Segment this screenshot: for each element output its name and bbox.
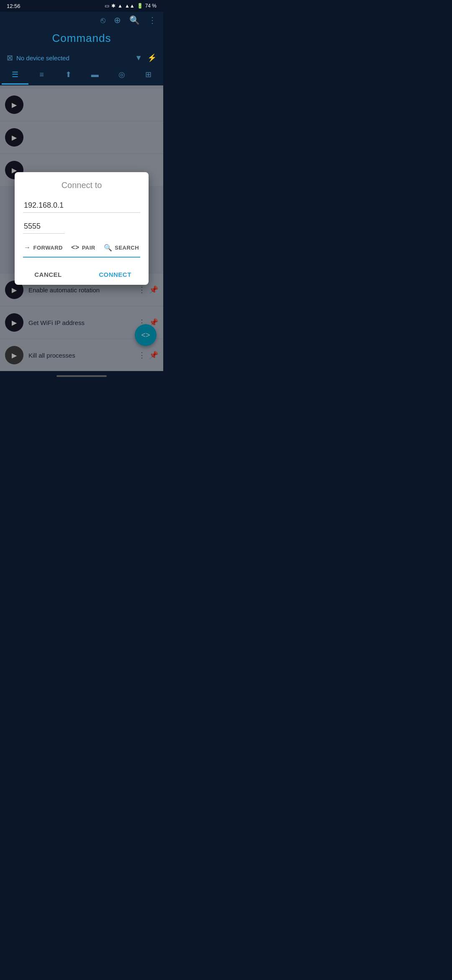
status-icons: ▭ ✱ ▲ ▲▲ 🔋 74 %: [105, 3, 157, 9]
pair-icon: <>: [71, 244, 80, 251]
status-bar: 12:56 ▭ ✱ ▲ ▲▲ 🔋 74 %: [0, 0, 163, 12]
app-title-bar: Commands: [0, 28, 163, 50]
port-input[interactable]: [23, 219, 65, 234]
share-icon[interactable]: ⎋: [100, 15, 105, 25]
dialog-overlay: Connect to → FORWARD <> PAIR: [0, 85, 163, 371]
device-left: ⊠ No device selected: [7, 53, 69, 62]
ip-address-input[interactable]: [23, 199, 140, 213]
tab-screen[interactable]: ▬: [82, 66, 108, 85]
search-icon[interactable]: 🔍: [129, 15, 140, 25]
connect-dialog: Connect to → FORWARD <> PAIR: [15, 172, 149, 285]
tab-upload[interactable]: ⬆: [55, 66, 82, 85]
cancel-button[interactable]: CANCEL: [15, 264, 82, 285]
signal-icon: ▲▲: [125, 3, 135, 9]
list-section: ▶ ▶ ▶ Connect to → FORWARD: [0, 85, 163, 190]
battery-icon: 🔋: [137, 3, 143, 9]
tab-logcat[interactable]: ≡: [28, 66, 55, 85]
dialog-title: Connect to: [23, 181, 140, 190]
wifi-icon: ▲: [118, 3, 123, 9]
app-title: Commands: [0, 32, 163, 45]
logcat-icon: ≡: [39, 70, 44, 79]
connect-device-icon[interactable]: ⚡: [147, 53, 157, 62]
tab-extra[interactable]: ⊞: [135, 66, 162, 85]
app-header: ⎋ ⊕ 🔍 ⋮: [0, 12, 163, 28]
pair-label: PAIR: [82, 245, 95, 251]
pair-button[interactable]: <> PAIR: [71, 244, 95, 251]
device-right: ▼ ⚡: [135, 53, 157, 62]
cast-icon: ▭: [105, 3, 109, 9]
home-indicator: [0, 372, 163, 380]
search-action-icon: 🔍: [104, 244, 113, 252]
connect-button[interactable]: CONNECT: [82, 264, 149, 285]
forward-icon: →: [24, 244, 31, 251]
status-time: 12:56: [7, 3, 21, 9]
commands-icon: ☰: [12, 70, 18, 79]
dropdown-icon[interactable]: ▼: [135, 54, 142, 62]
device-bar: ⊠ No device selected ▼ ⚡: [0, 50, 163, 66]
add-circle-icon[interactable]: ⊕: [114, 15, 121, 25]
home-bar: [56, 375, 107, 377]
search-button[interactable]: 🔍 SEARCH: [104, 244, 139, 252]
search-label: SEARCH: [115, 245, 139, 251]
battery-percent: 74 %: [145, 3, 157, 9]
photo-icon: ◎: [118, 70, 125, 79]
extra-icon: ⊞: [145, 70, 152, 79]
main-content: ▶ ▶ ▶ Connect to → FORWARD: [0, 85, 163, 371]
forward-label: FORWARD: [33, 245, 63, 251]
no-device-label: No device selected: [16, 54, 69, 62]
dialog-buttons: CANCEL CONNECT: [15, 264, 149, 285]
bluetooth-icon: ✱: [111, 3, 116, 9]
device-disconnect-icon: ⊠: [7, 53, 13, 62]
forward-button[interactable]: → FORWARD: [24, 244, 63, 251]
tab-photo[interactable]: ◎: [108, 66, 135, 85]
screen-icon: ▬: [91, 70, 99, 79]
dialog-content: Connect to → FORWARD <> PAIR: [15, 172, 149, 264]
upload-icon: ⬆: [65, 70, 72, 79]
tab-commands[interactable]: ☰: [2, 66, 28, 85]
tabs-bar: ☰ ≡ ⬆ ▬ ◎ ⊞: [0, 66, 163, 85]
more-icon[interactable]: ⋮: [148, 15, 157, 25]
dialog-actions-row: → FORWARD <> PAIR 🔍 SEARCH: [23, 240, 140, 258]
